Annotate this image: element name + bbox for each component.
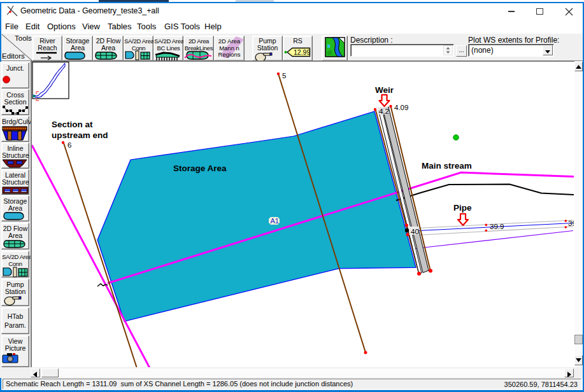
svg-text:A1: A1: [271, 217, 279, 225]
svg-text:39.9: 39.9: [490, 223, 504, 230]
svg-text:4.09: 4.09: [394, 104, 408, 111]
svg-text:Editors: Editors: [2, 52, 25, 60]
svg-text:Main stream: Main stream: [422, 161, 472, 171]
svg-text:Tools: Tools: [15, 34, 32, 42]
svg-text:Weir: Weir: [375, 85, 394, 95]
svg-text:Section at: Section at: [52, 120, 93, 129]
svg-text:5: 5: [282, 72, 286, 80]
svg-text:12.99: 12.99: [294, 48, 310, 56]
svg-text:4.2: 4.2: [379, 108, 389, 115]
svg-text:Pipe: Pipe: [453, 203, 472, 213]
svg-text:Storage Area: Storage Area: [173, 164, 227, 173]
svg-text:39: 39: [568, 220, 574, 227]
svg-text:40: 40: [411, 228, 419, 235]
svg-text:6: 6: [68, 141, 71, 149]
svg-text:upstream end: upstream end: [52, 130, 108, 140]
